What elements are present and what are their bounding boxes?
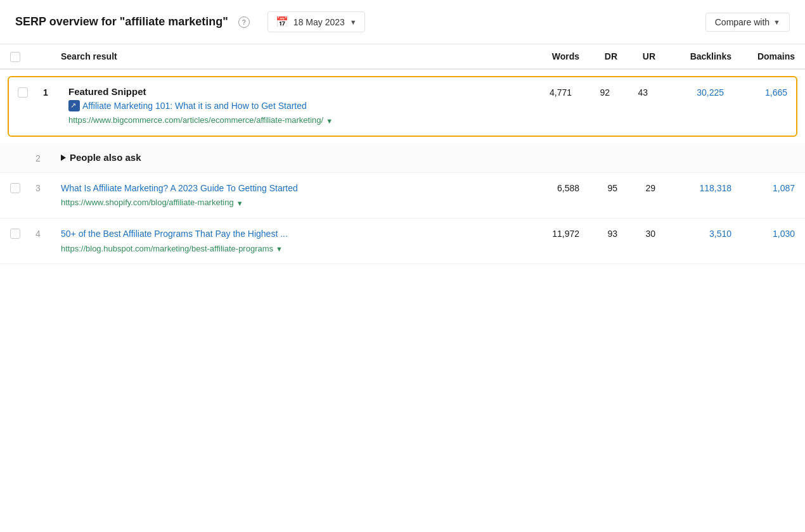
backlinks-value: 30,225 (648, 86, 724, 98)
col-search-result: Search result (61, 51, 522, 61)
link-icon (68, 100, 80, 111)
result-link[interactable]: What Is Affiliate Marketing? A 2023 Guid… (61, 182, 522, 194)
expand-triangle-icon[interactable] (61, 155, 66, 161)
row-checkbox[interactable] (10, 229, 20, 239)
select-all-checkbox[interactable] (10, 52, 20, 62)
row-checkbox-col (10, 182, 35, 193)
words-value: 6,588 (522, 182, 579, 193)
row-checkbox[interactable] (10, 183, 20, 193)
compare-label: Compare with (715, 17, 770, 27)
page-container: SERP overview for "affiliate marketing" … (0, 0, 805, 532)
header-checkbox-col (10, 51, 35, 62)
row-checkbox-col (18, 86, 43, 98)
backlinks-value: 3,510 (655, 227, 731, 239)
compare-dropdown-arrow: ▼ (773, 18, 780, 26)
url-text: https://blog.hubspot.com/marketing/best-… (61, 243, 273, 255)
col-domains: Domains (731, 51, 795, 61)
table-row: 2 People also ask (0, 143, 805, 173)
people-ask-text: People also ask (70, 152, 141, 163)
table-header: Search result Words DR UR Backlinks Doma… (0, 44, 805, 70)
calendar-icon: 📅 (276, 16, 288, 28)
dr-value: 92 (572, 86, 610, 98)
url-text: https://www.shopify.com/blog/affiliate-m… (61, 197, 234, 209)
table-row: 1 Featured Snippet Affiliate Marketing 1… (8, 76, 797, 137)
dr-value: 95 (579, 182, 617, 193)
col-dr: DR (579, 51, 617, 61)
help-icon[interactable]: ? (238, 16, 250, 28)
table-row: 3 What Is Affiliate Marketing? A 2023 Gu… (0, 173, 805, 218)
dr-value: 93 (579, 227, 617, 239)
date-picker[interactable]: 📅 18 May 2023 ▼ (267, 11, 365, 32)
row-number: 1 (43, 86, 68, 98)
col-ur: UR (617, 51, 655, 61)
ur-value: 43 (610, 86, 648, 98)
backlinks-value: 118,318 (655, 182, 731, 193)
result-url: https://www.bigcommerce.com/articles/eco… (68, 115, 515, 127)
result-link[interactable]: Affiliate Marketing 101: What it is and … (68, 99, 515, 112)
domains-value: 1,030 (731, 227, 795, 239)
row-number: 4 (35, 227, 61, 239)
result-url: https://www.shopify.com/blog/affiliate-m… (61, 197, 522, 209)
table-row: 4 50+ of the Best Affiliate Programs Tha… (0, 218, 805, 264)
words-value: 11,972 (522, 227, 579, 239)
featured-snippet-label: Featured Snippet (68, 86, 515, 97)
url-expand-arrow[interactable]: ▼ (326, 117, 333, 127)
words-value: 4,771 (515, 86, 572, 98)
ur-value: 30 (617, 227, 655, 239)
compare-button[interactable]: Compare with ▼ (705, 13, 790, 32)
col-backlinks: Backlinks (655, 51, 731, 61)
row-number: 2 (35, 152, 61, 163)
url-expand-arrow[interactable]: ▼ (236, 199, 243, 209)
header: SERP overview for "affiliate marketing" … (0, 0, 805, 44)
domains-value: 1,087 (731, 182, 795, 193)
page-title: SERP overview for "affiliate marketing" (15, 15, 228, 28)
row-content: What Is Affiliate Marketing? A 2023 Guid… (61, 182, 522, 209)
domains-value: 1,665 (724, 86, 787, 98)
row-content: 50+ of the Best Affiliate Programs That … (61, 227, 522, 255)
url-expand-arrow[interactable]: ▼ (276, 244, 283, 255)
date-label: 18 May 2023 (293, 17, 345, 27)
table-container: Search result Words DR UR Backlinks Doma… (0, 44, 805, 264)
people-also-ask: People also ask (61, 152, 795, 163)
col-words: Words (522, 51, 579, 61)
row-content: Featured Snippet Affiliate Marketing 101… (68, 86, 515, 127)
row-number: 3 (35, 182, 61, 193)
url-text: https://www.bigcommerce.com/articles/eco… (68, 115, 323, 127)
result-link[interactable]: 50+ of the Best Affiliate Programs That … (61, 227, 522, 240)
row-checkbox[interactable] (18, 87, 28, 98)
ur-value: 29 (617, 182, 655, 193)
result-url: https://blog.hubspot.com/marketing/best-… (61, 243, 522, 255)
date-dropdown-arrow: ▼ (350, 18, 357, 26)
row-checkbox-col (10, 227, 35, 239)
